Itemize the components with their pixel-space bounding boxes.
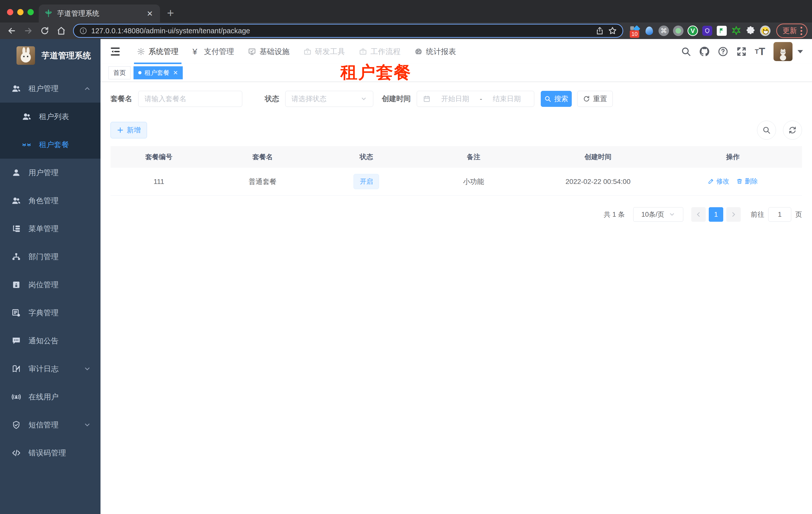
sidebar-item-role-management[interactable]: 角色管理 bbox=[0, 187, 100, 215]
sidebar-item-tenant-management[interactable]: 租户管理 bbox=[0, 75, 100, 103]
goto-label: 前往 bbox=[751, 210, 764, 219]
refresh-table-button[interactable] bbox=[783, 120, 802, 140]
topnav-dev-tools[interactable]: 研发工具 bbox=[296, 39, 352, 64]
sidebar-item-tenant-list[interactable]: 租户列表 bbox=[0, 103, 100, 131]
extensions-puzzle-icon[interactable] bbox=[745, 25, 756, 36]
tab-close-icon[interactable]: ✕ bbox=[145, 9, 154, 18]
reset-button[interactable]: 重置 bbox=[577, 91, 613, 107]
user-avatar[interactable] bbox=[774, 42, 792, 61]
extension-tiles-icon[interactable]: 10 bbox=[629, 25, 640, 36]
extension-flag-icon[interactable] bbox=[716, 25, 727, 36]
minimize-window-button[interactable] bbox=[17, 9, 24, 15]
prev-page-button[interactable] bbox=[691, 207, 706, 222]
tag-tenant-package[interactable]: 租户套餐 ✕ bbox=[134, 66, 183, 79]
shield-check-icon bbox=[11, 420, 21, 430]
sidebar-item-sms-management[interactable]: 短信管理 bbox=[0, 411, 100, 439]
sidebar-item-dict-management[interactable]: 字典管理 bbox=[0, 299, 100, 327]
cell-actions: 修改 删除 bbox=[664, 177, 802, 186]
update-label: 更新 bbox=[783, 26, 797, 36]
tag-home[interactable]: 首页 bbox=[109, 66, 130, 79]
sidebar-item-tenant-package[interactable]: 租户套餐 bbox=[0, 131, 100, 159]
edit-link[interactable]: 修改 bbox=[708, 177, 729, 186]
chevron-down-icon bbox=[84, 421, 91, 429]
extension-v-icon[interactable]: V bbox=[687, 25, 698, 36]
dashboard-icon bbox=[414, 48, 423, 56]
column-header: 套餐名 bbox=[207, 153, 318, 161]
back-button[interactable] bbox=[4, 24, 19, 38]
badge-icon bbox=[11, 280, 21, 290]
window-controls[interactable] bbox=[7, 9, 34, 15]
search-button[interactable]: 搜索 bbox=[541, 91, 572, 107]
app-title: 芋道管理系统 bbox=[41, 50, 91, 61]
bookmark-star-icon[interactable] bbox=[608, 26, 617, 35]
users-icon bbox=[11, 84, 21, 93]
status-select[interactable]: 请选择状态 bbox=[285, 91, 373, 107]
page-size-select[interactable]: 10条/页 bbox=[633, 207, 683, 222]
topnav-infra[interactable]: 基础设施 bbox=[241, 39, 296, 64]
sidebar-item-dept-management[interactable]: 部门管理 bbox=[0, 243, 100, 271]
sidebar-item-post-management[interactable]: 岗位管理 bbox=[0, 271, 100, 299]
chrome-update-button[interactable]: 更新 bbox=[776, 24, 808, 38]
topnav-pay[interactable]: ¥ 支付管理 bbox=[185, 39, 241, 64]
new-tab-button[interactable]: + bbox=[167, 5, 174, 21]
extension-dot-icon[interactable] bbox=[673, 25, 684, 36]
help-icon[interactable] bbox=[717, 45, 729, 58]
browser-toolbar: 127.0.0.1:48080/admin-ui/system/tenant/p… bbox=[0, 23, 812, 39]
extension-command-icon[interactable]: ⌘ bbox=[658, 25, 669, 36]
extension-gem-icon[interactable] bbox=[644, 25, 655, 36]
goto-page-input[interactable]: 1 bbox=[768, 207, 791, 222]
next-page-button[interactable] bbox=[726, 207, 741, 222]
close-window-button[interactable] bbox=[7, 9, 13, 15]
reload-button[interactable] bbox=[37, 24, 52, 38]
sidebar-item-error-code[interactable]: 错误码管理 bbox=[0, 439, 100, 467]
github-icon[interactable] bbox=[698, 45, 711, 58]
sidebar-logo[interactable]: 芋道管理系统 bbox=[0, 43, 100, 69]
extension-shield-icon[interactable] bbox=[702, 25, 713, 36]
header-search-icon[interactable] bbox=[679, 45, 693, 58]
topnav-report[interactable]: 统计报表 bbox=[407, 39, 463, 64]
address-bar[interactable]: 127.0.0.1:48080/admin-ui/system/tenant/p… bbox=[73, 24, 623, 38]
tag-close-icon[interactable]: ✕ bbox=[173, 69, 178, 76]
cell-status: 开启 bbox=[318, 174, 415, 189]
tags-view: 首页 租户套餐 ✕ bbox=[100, 64, 812, 82]
url-text[interactable]: 127.0.0.1:48080/admin-ui/system/tenant/p… bbox=[91, 27, 591, 35]
fullscreen-icon[interactable] bbox=[735, 45, 748, 58]
delete-link[interactable]: 删除 bbox=[736, 177, 758, 186]
refresh-icon bbox=[583, 96, 590, 102]
site-info-icon[interactable] bbox=[79, 27, 87, 35]
sidebar-menu: 租户管理 租户列表 租户套餐 用户管理 角色管理 bbox=[0, 75, 100, 467]
sidebar-item-menu-management[interactable]: 菜单管理 bbox=[0, 215, 100, 243]
trash-icon bbox=[736, 178, 743, 184]
browser-tab[interactable]: 芋道管理系统 ✕ bbox=[39, 4, 160, 23]
extension-emoji-icon[interactable] bbox=[760, 25, 771, 36]
favicon-plant-icon bbox=[44, 9, 53, 18]
forward-button[interactable] bbox=[21, 24, 35, 38]
column-header: 操作 bbox=[664, 153, 802, 161]
yen-icon: ¥ bbox=[193, 48, 201, 56]
main-area: 系统管理 ¥ 支付管理 基础设施 研发工具 工作流程 统计报表 bbox=[100, 39, 812, 514]
page-number-button[interactable]: 1 bbox=[709, 207, 723, 222]
date-range-picker[interactable]: 开始日期 - 结束日期 bbox=[417, 91, 534, 107]
sidebar-collapse-icon[interactable] bbox=[110, 46, 121, 57]
share-icon[interactable] bbox=[596, 27, 604, 35]
avatar-caret-icon[interactable] bbox=[798, 50, 803, 53]
topnav-system[interactable]: 系统管理 bbox=[130, 39, 185, 64]
range-separator: - bbox=[480, 95, 482, 103]
add-button[interactable]: 新增 bbox=[111, 122, 147, 138]
sidebar-item-notice[interactable]: 通知公告 bbox=[0, 327, 100, 355]
show-search-toggle-button[interactable] bbox=[757, 120, 776, 140]
browser-menu-icon[interactable] bbox=[801, 27, 802, 35]
sidebar-item-online-users[interactable]: 在线用户 bbox=[0, 383, 100, 411]
font-size-icon[interactable]: TT bbox=[754, 45, 766, 58]
sidebar-item-user-management[interactable]: 用户管理 bbox=[0, 159, 100, 187]
end-date-placeholder[interactable]: 结束日期 bbox=[486, 94, 528, 104]
status-label: 状态 bbox=[265, 94, 279, 104]
topnav-workflow[interactable]: 工作流程 bbox=[352, 39, 407, 64]
package-name-input[interactable]: 请输入套餐名 bbox=[138, 91, 242, 107]
package-name-label: 套餐名 bbox=[111, 94, 132, 104]
extension-star-icon[interactable] bbox=[731, 25, 742, 36]
home-button[interactable] bbox=[54, 24, 68, 38]
zoom-window-button[interactable] bbox=[28, 9, 34, 15]
start-date-placeholder[interactable]: 开始日期 bbox=[434, 94, 476, 104]
sidebar-item-audit-log[interactable]: 审计日志 bbox=[0, 355, 100, 383]
